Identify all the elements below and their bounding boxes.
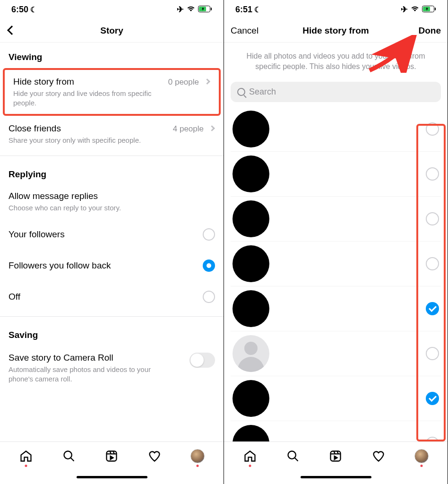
checkbox[interactable]: [426, 302, 439, 315]
list-item[interactable]: [231, 286, 441, 331]
svg-rect-5: [107, 451, 117, 461]
checkbox[interactable]: [426, 392, 439, 405]
radio-indicator[interactable]: [203, 228, 215, 241]
moon-icon: ☾: [254, 5, 261, 14]
checkbox[interactable]: [426, 167, 439, 181]
cancel-button[interactable]: Cancel: [231, 26, 259, 36]
svg-rect-2: [211, 8, 212, 10]
list-item[interactable]: [231, 421, 441, 441]
list-item[interactable]: [231, 331, 441, 376]
people-list: [224, 107, 448, 441]
tab-reels[interactable]: [104, 449, 119, 463]
list-item[interactable]: [231, 152, 441, 197]
done-button[interactable]: Done: [413, 26, 441, 36]
search-placeholder: Search: [249, 87, 276, 97]
status-time: 6:51: [235, 5, 252, 15]
radio-indicator[interactable]: [203, 259, 215, 272]
highlight-hide-story: Hide story from Hide your story and live…: [3, 68, 221, 116]
row-sub: Share your story only with specific peop…: [9, 136, 164, 145]
status-time: 6:50: [11, 5, 28, 15]
avatar: [233, 200, 269, 237]
tab-bar: [0, 441, 224, 470]
svg-point-3: [64, 451, 71, 458]
row-allow-replies: Allow message replies Choose who can rep…: [0, 184, 224, 219]
toggle-save-camera[interactable]: [190, 353, 215, 368]
phone-story-settings: 6:50 ☾ ✈ Story Viewing Hide story from H…: [0, 0, 224, 484]
row-title: Allow message replies: [9, 191, 215, 201]
avatar: [233, 335, 269, 372]
content-area: Viewing Hide story from Hide your story …: [0, 43, 224, 441]
tab-profile[interactable]: [414, 449, 429, 463]
list-item[interactable]: [231, 197, 441, 242]
status-bar: 6:51 ☾ ✈: [224, 0, 448, 19]
row-save-camera: Save story to Camera Roll Automatically …: [0, 345, 224, 391]
status-bar: 6:50 ☾ ✈: [0, 0, 224, 19]
page-title: Story: [100, 26, 123, 36]
search-input[interactable]: Search: [231, 82, 441, 102]
tab-reels[interactable]: [328, 449, 343, 463]
description-text: Hide all photos and videos you add to yo…: [224, 43, 448, 80]
svg-point-12: [288, 451, 295, 458]
back-button[interactable]: [7, 26, 35, 36]
home-indicator[interactable]: [0, 470, 224, 484]
section-saving: Saving: [0, 320, 224, 345]
avatar: [233, 290, 269, 327]
checkbox[interactable]: [426, 347, 439, 360]
avatar: [233, 380, 269, 417]
checkbox[interactable]: [426, 212, 439, 225]
chevron-left-icon: [7, 26, 17, 35]
home-indicator[interactable]: [224, 470, 448, 484]
section-replying: Replying: [0, 160, 224, 184]
notification-dot: [420, 465, 422, 467]
svg-line-4: [70, 458, 74, 461]
avatar: [190, 449, 205, 463]
radio-indicator[interactable]: [203, 291, 215, 303]
radio-label: Your followers: [9, 229, 65, 240]
notification-dot: [196, 465, 198, 467]
nav-header: Story: [0, 19, 224, 43]
tab-bar: [224, 441, 448, 470]
radio-option[interactable]: Followers you follow back: [0, 250, 224, 281]
row-title: Save story to Camera Roll: [9, 353, 215, 363]
list-item[interactable]: [231, 376, 441, 421]
wifi-icon: [411, 5, 419, 15]
tab-activity[interactable]: [371, 449, 386, 463]
nav-header: Cancel Hide story from Done: [224, 19, 448, 43]
avatar: [233, 156, 269, 192]
row-sub: Hide your story and live videos from spe…: [13, 89, 169, 107]
tab-activity[interactable]: [147, 449, 162, 463]
radio-option[interactable]: Off: [0, 281, 224, 312]
radio-option[interactable]: Your followers: [0, 219, 224, 250]
row-sub: Choose who can reply to your story.: [9, 203, 164, 213]
row-value: 0 people: [168, 78, 199, 87]
list-item[interactable]: [231, 242, 441, 286]
tab-home[interactable]: [243, 449, 257, 463]
row-value: 4 people: [173, 124, 204, 134]
tab-search[interactable]: [62, 449, 76, 463]
tab-search[interactable]: [286, 449, 300, 463]
search-icon: [237, 88, 245, 96]
svg-rect-11: [435, 8, 436, 10]
battery-icon: [422, 5, 436, 15]
avatar: [233, 245, 269, 282]
radio-label: Followers you follow back: [9, 260, 111, 271]
avatar: [414, 449, 429, 463]
row-hide-story[interactable]: Hide story from Hide your story and live…: [5, 70, 219, 114]
phone-hide-story: 6:51 ☾ ✈ Cancel Hide story from Done Hid…: [224, 0, 448, 484]
list-item[interactable]: [231, 107, 441, 152]
airplane-icon: ✈: [177, 4, 184, 15]
airplane-icon: ✈: [401, 4, 408, 15]
section-viewing: Viewing: [0, 43, 224, 67]
row-close-friends[interactable]: Close friends Share your story only with…: [0, 117, 224, 152]
svg-rect-14: [331, 451, 341, 461]
checkbox[interactable]: [426, 122, 439, 136]
row-sub: Automatically save photos and videos to …: [9, 365, 164, 383]
checkbox[interactable]: [426, 437, 439, 441]
tab-home[interactable]: [19, 449, 33, 463]
avatar: [233, 111, 269, 147]
content-area: Hide all photos and videos you add to yo…: [224, 43, 448, 441]
page-title: Hide story from: [302, 26, 369, 36]
tab-profile[interactable]: [190, 449, 205, 463]
checkbox[interactable]: [426, 257, 439, 270]
avatar: [233, 425, 269, 441]
